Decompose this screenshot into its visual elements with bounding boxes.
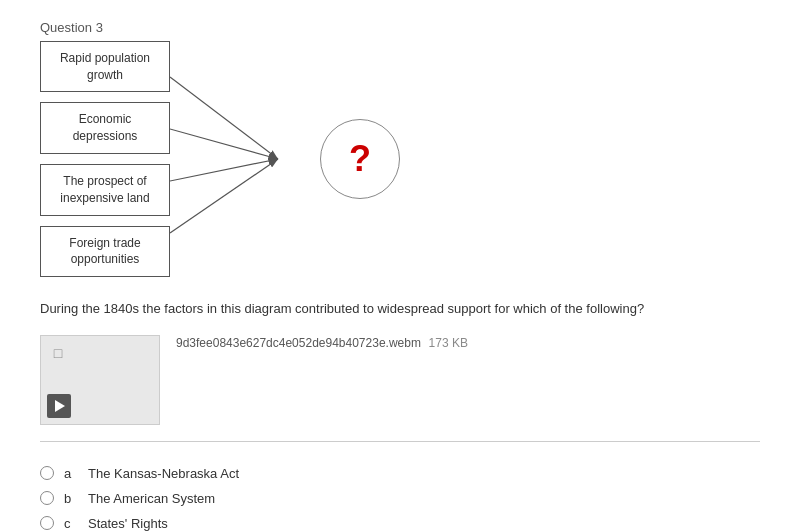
media-size: 173 KB bbox=[429, 336, 468, 350]
factor-box-3: The prospect of inexpensive land bbox=[40, 164, 170, 216]
play-triangle-icon bbox=[55, 400, 65, 412]
factor-box-4: Foreign trade opportunities bbox=[40, 226, 170, 278]
diagram: Rapid population growth Economic depress… bbox=[40, 49, 760, 269]
question-mark: ? bbox=[349, 138, 371, 180]
svg-line-2 bbox=[170, 129, 278, 159]
option-letter-b: b bbox=[64, 491, 78, 506]
question-label: Question 3 bbox=[40, 20, 760, 35]
question-circle: ? bbox=[320, 119, 400, 199]
answer-option-a: aThe Kansas-Nebraska Act bbox=[40, 466, 760, 481]
option-text-b: The American System bbox=[88, 491, 215, 506]
factor-boxes: Rapid population growth Economic depress… bbox=[40, 41, 170, 277]
media-info: 9d3fee0843e627dc4e052de94b40723e.webm 17… bbox=[176, 335, 468, 350]
factor-box-2: Economic depressions bbox=[40, 102, 170, 154]
answer-option-c: cStates' Rights bbox=[40, 516, 760, 531]
svg-line-1 bbox=[170, 77, 278, 159]
radio-c[interactable] bbox=[40, 516, 54, 530]
play-button[interactable] bbox=[47, 394, 71, 418]
media-filename: 9d3fee0843e627dc4e052de94b40723e.webm bbox=[176, 336, 421, 350]
diagram-arrows bbox=[170, 49, 330, 269]
broken-image-icon: □ bbox=[49, 344, 67, 362]
option-letter-c: c bbox=[64, 516, 78, 531]
option-text-c: States' Rights bbox=[88, 516, 168, 531]
answer-option-b: bThe American System bbox=[40, 491, 760, 506]
media-section: □ 9d3fee0843e627dc4e052de94b40723e.webm … bbox=[40, 335, 760, 442]
factor-box-1: Rapid population growth bbox=[40, 41, 170, 93]
media-thumbnail: □ bbox=[40, 335, 160, 425]
option-text-a: The Kansas-Nebraska Act bbox=[88, 466, 239, 481]
answer-options: aThe Kansas-Nebraska ActbThe American Sy… bbox=[40, 466, 760, 533]
radio-b[interactable] bbox=[40, 491, 54, 505]
question-text: During the 1840s the factors in this dia… bbox=[40, 299, 740, 319]
option-letter-a: a bbox=[64, 466, 78, 481]
radio-a[interactable] bbox=[40, 466, 54, 480]
